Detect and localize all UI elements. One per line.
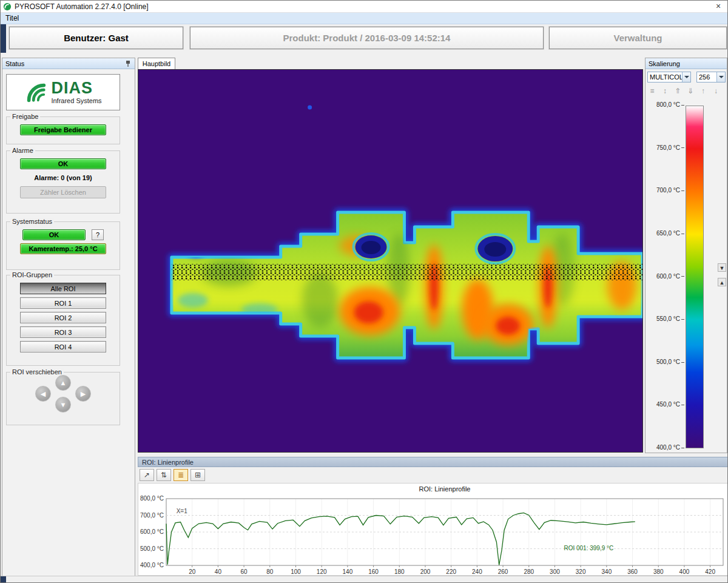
move-down-button[interactable]: ▼ xyxy=(55,397,71,413)
x-tick-label: 80 xyxy=(266,568,274,575)
line-profile-chart[interactable]: 800,0 °C700,0 °C600,0 °C500,0 °C400,0 °C… xyxy=(138,483,728,576)
user-button[interactable]: Benutzer: Gast xyxy=(9,27,183,49)
dock-edge[interactable] xyxy=(1,24,6,53)
tab-hauptbild[interactable]: Hauptbild xyxy=(138,58,175,69)
group-systemstatus-label: Systemstatus xyxy=(10,218,54,225)
status-bar xyxy=(1,576,728,583)
logo-name: DIAS xyxy=(51,80,101,96)
y-tick-label: 500,0 °C xyxy=(140,545,164,552)
thermal-image xyxy=(138,70,642,452)
app-window: PYROSOFT Automation 2.27.4.0 [Online] × … xyxy=(0,0,728,583)
alarm-count-label: Alarme: 0 (von 19) xyxy=(34,174,92,181)
y-tick-label: 600,0 °C xyxy=(140,528,164,535)
camera-temp-button[interactable]: Kameratemp.: 25,0 °C xyxy=(20,243,106,254)
x-tick-label: 360 xyxy=(627,568,638,575)
group-freigabe: Freigabe Freigabe Bediener xyxy=(6,116,120,144)
dias-logo: DIAS Infrared Systems xyxy=(6,74,120,110)
profile-export-icon[interactable]: ↗ xyxy=(140,469,154,481)
x-tick-label: 120 xyxy=(317,568,327,575)
status-panel-header[interactable]: Status xyxy=(2,58,135,69)
chart-title: ROI: Linienprofile xyxy=(419,485,471,493)
group-alarme-label: Alarme xyxy=(10,147,35,154)
title-bar: PYROSOFT Automation 2.27.4.0 [Online] × xyxy=(1,1,728,13)
group-roi-label: ROI-Gruppen xyxy=(10,271,54,278)
roi-2-button[interactable]: ROI 2 xyxy=(20,312,106,323)
roi-all-button[interactable]: Alle ROI xyxy=(20,283,106,294)
scale-tick-labels: 800,0 °C750,0 °C700,0 °C650,0 °C600,0 °C… xyxy=(647,58,684,454)
move-left-button[interactable]: ◀ xyxy=(35,386,51,402)
x-tick-label: 40 xyxy=(215,568,222,575)
scale-span-down-icon[interactable]: ↓ xyxy=(711,86,721,96)
scale-span-up-icon[interactable]: ↑ xyxy=(698,86,708,96)
status-panel: Status DIAS Infrared Systems Freigabe F xyxy=(2,58,135,577)
system-help-button[interactable]: ? xyxy=(92,229,104,240)
main-tab-bar: Hauptbild xyxy=(138,58,644,69)
scale-tick-label: 400,0 °C xyxy=(647,444,684,453)
chevron-down-icon[interactable] xyxy=(716,72,725,82)
header-row: Benutzer: Gast Produkt: Produkt / 2016-0… xyxy=(1,24,728,53)
scale-tick-label: 750,0 °C xyxy=(647,144,684,153)
scale-tick-label: 600,0 °C xyxy=(647,273,684,281)
x-tick-label: 140 xyxy=(343,568,353,575)
group-alarme: Alarme OK Alarme: 0 (von 19) Zähler Lösc… xyxy=(6,150,120,214)
roi-line-band xyxy=(172,264,642,280)
scale-shift-down-icon[interactable]: ⇓ xyxy=(686,86,695,96)
titel-label: Titel xyxy=(5,14,19,22)
cursor-annotation: X=1 xyxy=(177,508,188,514)
scale-tick-label: 500,0 °C xyxy=(647,359,684,367)
roi-1-button[interactable]: ROI 1 xyxy=(20,297,106,309)
move-right-button[interactable]: ▶ xyxy=(75,386,91,402)
x-tick-label: 240 xyxy=(472,568,482,575)
x-tick-label: 420 xyxy=(705,568,715,575)
x-tick-label: 160 xyxy=(368,568,379,575)
profile-list-icon[interactable]: ≣ xyxy=(174,469,188,481)
dock-edge-bottom[interactable] xyxy=(1,576,6,583)
profile-toolbar: ↗ ⇅ ≣ ⊞ xyxy=(138,467,728,483)
profile-panel-title: ROI: Linienprofile xyxy=(142,459,194,466)
y-tick-label: 800,0 °C xyxy=(140,495,164,502)
group-roi-move: ROI verschieben ▲ ◀ ▼ ▶ xyxy=(6,372,120,425)
scale-tick-label: 800,0 °C xyxy=(647,101,684,110)
x-tick-label: 280 xyxy=(524,568,534,575)
freigabe-bediener-button[interactable]: Freigabe Bediener xyxy=(20,124,106,135)
roi-4-button[interactable]: ROI 4 xyxy=(20,341,106,352)
scale-down-arrow-icon[interactable]: ▼ xyxy=(718,263,726,272)
pin-icon[interactable] xyxy=(124,60,132,67)
y-tick-label: 400,0 °C xyxy=(140,562,164,568)
profile-fit-icon[interactable]: ⇅ xyxy=(157,469,171,481)
y-tick-label: 700,0 °C xyxy=(140,512,164,519)
window-title: PYROSOFT Automation 2.27.4.0 [Online] xyxy=(15,2,149,11)
product-button[interactable]: Produkt: Produkt / 2016-03-09 14:52:14 xyxy=(190,27,544,49)
x-tick-label: 340 xyxy=(602,568,612,575)
x-tick-label: 220 xyxy=(446,568,456,575)
scale-up-arrow-icon[interactable]: ▲ xyxy=(718,278,726,286)
x-tick-label: 100 xyxy=(291,568,301,575)
color-scale-bar[interactable] xyxy=(686,106,704,448)
x-tick-label: 60 xyxy=(241,568,248,575)
clear-counter-button: Zähler Löschen xyxy=(20,186,106,198)
x-tick-label: 200 xyxy=(420,568,431,575)
roi-value-annotation: ROI 001: 399,9 °C xyxy=(564,545,613,551)
levels-select[interactable]: 256 xyxy=(696,72,726,83)
x-tick-label: 180 xyxy=(394,568,405,575)
scale-tick-label: 650,0 °C xyxy=(647,230,684,238)
status-panel-title: Status xyxy=(5,60,24,67)
profile-panel-header[interactable]: ROI: Linienprofile xyxy=(138,457,728,467)
roi-3-button[interactable]: ROI 3 xyxy=(20,326,106,338)
x-tick-label: 400 xyxy=(679,568,690,575)
alarm-ok-button[interactable]: OK xyxy=(20,158,106,169)
system-ok-button[interactable]: OK xyxy=(22,229,86,240)
close-icon[interactable]: × xyxy=(712,1,725,12)
scaling-panel: Skalierung MULTICOLOR 256 ≡ ↕ ⇑ ⇓ ↑ ↓ 80… xyxy=(645,58,727,453)
move-up-button[interactable]: ▲ xyxy=(55,375,71,391)
profile-copy-icon[interactable]: ⊞ xyxy=(190,469,205,481)
thermal-image-area[interactable] xyxy=(138,69,643,453)
scale-tick-label: 700,0 °C xyxy=(647,187,684,195)
levels-select-value: 256 xyxy=(699,73,710,81)
titel-bar[interactable]: Titel xyxy=(1,13,728,24)
x-tick-label: 380 xyxy=(653,568,664,575)
x-tick-label: 20 xyxy=(189,568,196,575)
dias-swirl-icon xyxy=(24,81,47,104)
admin-button[interactable]: Verwaltung xyxy=(549,27,727,49)
x-tick-label: 300 xyxy=(550,568,560,575)
